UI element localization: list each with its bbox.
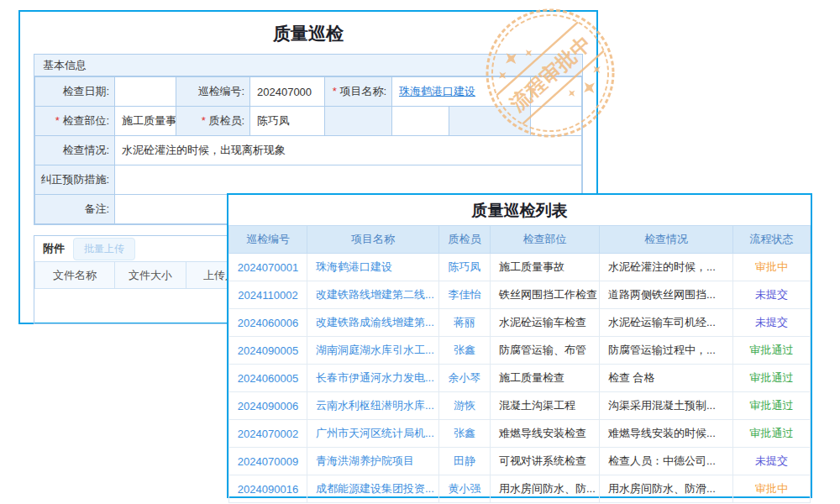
inspect-date-label: 检查日期: bbox=[35, 77, 115, 107]
patrol-no-link[interactable]: 2024070002 bbox=[229, 420, 307, 448]
col-header-situation: 检查情况 bbox=[600, 226, 733, 254]
part-cell: 混凝土沟渠工程 bbox=[491, 392, 600, 420]
project-name-label: 项目名称: bbox=[325, 77, 392, 107]
table-row: 2024090016 成都能源建设集团投资... 黄小强 用水房间防水、防...… bbox=[229, 475, 811, 503]
inspect-part-value: 施工质量事 bbox=[115, 107, 176, 136]
patrol-no-value: 202407000 bbox=[250, 77, 325, 107]
project-link[interactable]: 云南水利枢纽潜明水库... bbox=[307, 392, 439, 420]
patrol-no-link[interactable]: 2024070009 bbox=[229, 448, 307, 475]
measures-value bbox=[115, 165, 582, 195]
inspector-link[interactable]: 张鑫 bbox=[439, 420, 491, 448]
project-link[interactable]: 青海洪湖养护院项目 bbox=[307, 448, 439, 475]
attachment-label: 附件 bbox=[43, 241, 65, 256]
part-cell: 水泥砼运输车检查 bbox=[491, 309, 600, 337]
col-header-project: 项目名称 bbox=[307, 226, 439, 254]
part-cell: 施工质量检查 bbox=[491, 365, 600, 392]
file-size-header: 文件大小 bbox=[115, 262, 186, 289]
col-header-status: 流程状态 bbox=[733, 226, 811, 254]
patrol-no-link[interactable]: 2024070001 bbox=[229, 254, 307, 281]
measures-label: 纠正预防措施: bbox=[35, 165, 115, 195]
patrol-no-link[interactable]: 2024090005 bbox=[229, 337, 307, 365]
inspector-link[interactable]: 蒋丽 bbox=[439, 309, 491, 337]
table-row: 2024060006 改建铁路成渝线增建第... 蒋丽 水泥砼运输车检查 水泥砼… bbox=[229, 309, 811, 337]
situation-cell: 道路两侧铁丝网围挡... bbox=[600, 281, 733, 309]
inspector-link[interactable]: 田静 bbox=[439, 448, 491, 475]
batch-upload-button[interactable]: 批量上传 bbox=[73, 238, 135, 260]
inspector-link[interactable]: 余小琴 bbox=[439, 365, 491, 392]
status-badge: 未提交 bbox=[733, 448, 811, 475]
inspection-list-table: 巡检编号 项目名称 质检员 检查部位 检查情况 流程状态 2024070001 … bbox=[228, 225, 811, 503]
list-header-row: 巡检编号 项目名称 质检员 检查部位 检查情况 流程状态 bbox=[229, 226, 811, 254]
part-cell: 施工质量事故 bbox=[491, 254, 600, 281]
part-cell: 防腐管运输、布管 bbox=[491, 337, 600, 365]
situation-cell: 沟渠采用混凝土预制... bbox=[600, 392, 733, 420]
status-badge: 未提交 bbox=[733, 309, 811, 337]
inspector-link[interactable]: 李佳怡 bbox=[439, 281, 491, 309]
inspect-date-field[interactable] bbox=[115, 77, 176, 107]
project-link[interactable]: 成都能源建设集团投资... bbox=[307, 475, 439, 503]
patrol-no-link[interactable]: 2024060006 bbox=[229, 309, 307, 337]
situation-cell: 难燃导线安装的时候... bbox=[600, 420, 733, 448]
situation-label: 检查情况: bbox=[35, 136, 115, 165]
project-link[interactable]: 长春市伊通河水力发电... bbox=[307, 365, 439, 392]
project-name-link[interactable]: 珠海鹤港口建设 bbox=[399, 85, 475, 97]
inspector-label: 质检员: bbox=[176, 107, 250, 136]
project-link[interactable]: 湖南洞庭湖水库引水工... bbox=[307, 337, 439, 365]
quality-inspection-list-window: 质量巡检列表 巡检编号 项目名称 质检员 检查部位 检查情况 流程状态 2024… bbox=[227, 193, 812, 498]
inspector-link[interactable]: 张鑫 bbox=[439, 337, 491, 365]
part-cell: 可视对讲系统检查 bbox=[491, 448, 600, 475]
table-row: 2024070009 青海洪湖养护院项目 田静 可视对讲系统检查 检查人员：中德… bbox=[229, 448, 811, 475]
situation-cell: 防腐管运输过程中，... bbox=[600, 337, 733, 365]
inspector-link[interactable]: 游恢 bbox=[439, 392, 491, 420]
part-cell: 难燃导线安装检查 bbox=[491, 420, 600, 448]
list-title: 质量巡检列表 bbox=[228, 200, 811, 222]
project-link[interactable]: 广州市天河区统计局机... bbox=[307, 420, 439, 448]
status-badge: 审批中 bbox=[733, 254, 811, 281]
situation-cell: 水泥砼运输车司机经... bbox=[600, 309, 733, 337]
inspector-link[interactable]: 黄小强 bbox=[439, 475, 491, 503]
table-row: 2024090006 云南水利枢纽潜明水库... 游恢 混凝土沟渠工程 沟渠采用… bbox=[229, 392, 811, 420]
project-link[interactable]: 珠海鹤港口建设 bbox=[307, 254, 439, 281]
inspector-link[interactable]: 陈巧凤 bbox=[439, 254, 491, 281]
patrol-no-link[interactable]: 2024090006 bbox=[229, 392, 307, 420]
table-row: 2024070001 珠海鹤港口建设 陈巧凤 施工质量事故 水泥砼灌注的时候，.… bbox=[229, 254, 811, 281]
table-row: 2024070002 广州市天河区统计局机... 张鑫 难燃导线安装检查 难燃导… bbox=[229, 420, 811, 448]
stamp-text: 流程审批中 bbox=[505, 31, 596, 116]
part-cell: 用水房间防水、防... bbox=[491, 475, 600, 503]
approval-stamp: 流程审批中 bbox=[483, 6, 617, 140]
situation-cell: 检查 合格 bbox=[600, 365, 733, 392]
status-badge: 审批通过 bbox=[733, 392, 811, 420]
project-link[interactable]: 改建铁路线增建第二线... bbox=[307, 281, 439, 309]
status-badge: 未提交 bbox=[733, 281, 811, 309]
col-header-no: 巡检编号 bbox=[229, 226, 307, 254]
table-row: 2024060005 长春市伊通河水力发电... 余小琴 施工质量检查 检查 合… bbox=[229, 365, 811, 392]
inspect-part-label: 检查部位: bbox=[35, 107, 115, 136]
status-badge: 审批通过 bbox=[733, 365, 811, 392]
empty-cell bbox=[392, 107, 449, 136]
table-row: 2024110002 改建铁路线增建第二线... 李佳怡 铁丝网围挡工作检查 道… bbox=[229, 281, 811, 309]
situation-cell: 用水房间防水、防滑... bbox=[600, 475, 733, 503]
remark-label: 备注: bbox=[35, 195, 115, 224]
col-header-inspector: 质检员 bbox=[439, 226, 491, 254]
patrol-no-label: 巡检编号: bbox=[176, 77, 250, 107]
inspector-value: 陈巧凤 bbox=[250, 107, 325, 136]
form-row-4: 纠正预防措施: bbox=[35, 165, 582, 195]
patrol-no-link[interactable]: 2024090016 bbox=[229, 475, 307, 503]
col-header-part: 检查部位 bbox=[491, 226, 600, 254]
status-badge: 审批中 bbox=[733, 475, 811, 503]
file-name-header: 文件名称 bbox=[35, 262, 115, 289]
part-cell: 铁丝网围挡工作检查 bbox=[491, 281, 600, 309]
project-link[interactable]: 改建铁路成渝线增建第... bbox=[307, 309, 439, 337]
patrol-no-link[interactable]: 2024110002 bbox=[229, 281, 307, 309]
patrol-no-link[interactable]: 2024060005 bbox=[229, 365, 307, 392]
status-badge: 审批通过 bbox=[733, 420, 811, 448]
situation-cell: 水泥砼灌注的时候，... bbox=[600, 254, 733, 281]
status-badge: 审批通过 bbox=[733, 337, 811, 365]
screen: 质量巡检 基本信息 检查日期: 巡检编号: 202407000 项目名称: 珠海… bbox=[0, 0, 840, 504]
table-row: 2024090005 湖南洞庭湖水库引水工... 张鑫 防腐管运输、布管 防腐管… bbox=[229, 337, 811, 365]
empty-label-cell bbox=[325, 107, 392, 136]
situation-cell: 检查人员：中德公司... bbox=[600, 448, 733, 475]
